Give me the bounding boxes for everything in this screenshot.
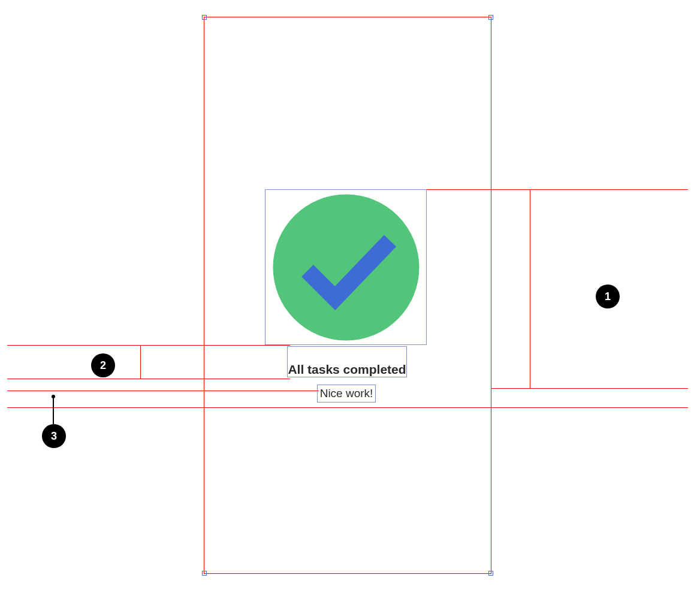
annotation-line	[7, 391, 319, 391]
success-check-icon	[273, 194, 420, 341]
annotation-line	[427, 189, 688, 190]
svg-point-0	[273, 194, 419, 340]
annotation-line	[7, 379, 290, 379]
title-selection-box: All tasks completed	[287, 346, 407, 377]
completion-title: All tasks completed	[288, 362, 406, 377]
annotation-line	[140, 345, 141, 379]
success-icon-container	[265, 189, 427, 345]
annotation-line	[530, 189, 530, 388]
annotation-badge-1: 1	[596, 285, 620, 308]
annotation-line	[7, 345, 290, 346]
subtitle-selection-box: Nice work!	[317, 385, 376, 403]
callout-connector	[53, 397, 54, 424]
annotation-badge-2: 2	[91, 353, 115, 377]
annotation-badge-3: 3	[42, 424, 66, 448]
annotation-line	[491, 388, 688, 389]
annotation-line	[7, 407, 688, 408]
completion-subtitle: Nice work!	[320, 387, 373, 400]
